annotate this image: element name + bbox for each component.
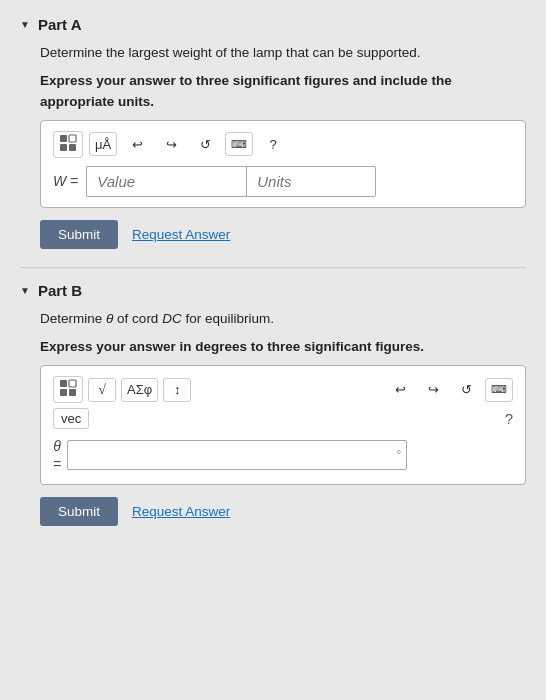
matrix-button[interactable]: [53, 131, 83, 158]
mu-label: μÅ: [95, 137, 111, 152]
redo-icon-b: ↪: [428, 382, 439, 397]
part-a-input-row: W =: [53, 166, 513, 197]
svg-rect-4: [60, 380, 67, 387]
svg-rect-7: [69, 389, 76, 396]
part-a-toolbar: μÅ ↩ ↪ ↺ ⌨ ?: [53, 131, 513, 158]
submit-button-b[interactable]: Submit: [40, 497, 118, 526]
theta-label: θ =: [53, 437, 61, 473]
help-label-a: ?: [270, 137, 277, 152]
svg-rect-5: [69, 380, 76, 387]
part-a-action-row: Submit Request Answer: [40, 220, 526, 249]
part-a-section: ▼ Part A Determine the largest weight of…: [20, 16, 526, 249]
part-b-action-row: Submit Request Answer: [40, 497, 526, 526]
redo-button-a[interactable]: ↪: [157, 132, 185, 156]
help-button-a[interactable]: ?: [259, 132, 287, 156]
refresh-icon-a: ↺: [200, 137, 211, 152]
part-a-answer-box: μÅ ↩ ↪ ↺ ⌨ ?: [40, 120, 526, 208]
greek-label-b: ΑΣφ: [127, 382, 152, 397]
units-input-a[interactable]: [246, 166, 376, 197]
keyboard-button-a[interactable]: ⌨: [225, 132, 253, 156]
chevron-a-icon[interactable]: ▼: [20, 19, 30, 30]
theta-input-wrapper: °: [67, 440, 407, 470]
part-b-toolbar-row1: √ ΑΣφ ↕ ↩ ↪ ↺: [53, 376, 513, 403]
part-b-header: ▼ Part B: [20, 282, 526, 299]
part-b-section: ▼ Part B Determine θ of cord DC for equi…: [20, 282, 526, 526]
matrix-icon-b: [59, 379, 77, 400]
sqrt-button-b[interactable]: √: [88, 378, 116, 402]
refresh-button-b[interactable]: ↺: [452, 378, 480, 402]
request-answer-button-b[interactable]: Request Answer: [132, 504, 230, 519]
svg-rect-2: [60, 144, 67, 151]
part-a-instruction: Determine the largest weight of the lamp…: [40, 43, 526, 63]
undo-button-b[interactable]: ↩: [386, 378, 414, 402]
part-a-header: ▼ Part A: [20, 16, 526, 33]
keyboard-button-b[interactable]: ⌨: [485, 378, 513, 402]
submit-button-a[interactable]: Submit: [40, 220, 118, 249]
mu-button[interactable]: μÅ: [89, 132, 117, 156]
refresh-button-a[interactable]: ↺: [191, 132, 219, 156]
svg-rect-0: [60, 135, 67, 142]
redo-icon-a: ↪: [166, 137, 177, 152]
svg-rect-3: [69, 144, 76, 151]
svg-rect-1: [69, 135, 76, 142]
degree-symbol: °: [396, 448, 401, 462]
redo-button-b[interactable]: ↪: [419, 378, 447, 402]
undo-icon-b: ↩: [395, 382, 406, 397]
part-b-instruction: Determine θ of cord DC for equilibrium.: [40, 309, 526, 329]
request-answer-button-a[interactable]: Request Answer: [132, 227, 230, 242]
sqrt-icon-b: √: [98, 382, 106, 398]
part-a-bold-instruction: Express your answer to three significant…: [40, 71, 526, 112]
part-b-body: Determine θ of cord DC for equilibrium. …: [20, 309, 526, 526]
matrix-icon: [59, 134, 77, 155]
part-a-body: Determine the largest weight of the lamp…: [20, 43, 526, 249]
value-input-a[interactable]: [86, 166, 246, 197]
chevron-b-icon[interactable]: ▼: [20, 285, 30, 296]
refresh-icon-b: ↺: [461, 382, 472, 397]
page: ▼ Part A Determine the largest weight of…: [0, 0, 546, 560]
part-b-bold-instruction: Express your answer in degrees to three …: [40, 337, 526, 357]
theta-input-b[interactable]: [67, 440, 407, 470]
greek-button-b[interactable]: ΑΣφ: [121, 378, 158, 402]
keyboard-icon-a: ⌨: [231, 138, 247, 151]
section-divider: [20, 267, 526, 268]
undo-icon-a: ↩: [132, 137, 143, 152]
keyboard-icon-b: ⌨: [491, 383, 507, 396]
arrows-button-b[interactable]: ↕: [163, 378, 191, 402]
undo-button-a[interactable]: ↩: [123, 132, 151, 156]
arrows-icon-b: ↕: [174, 382, 181, 397]
part-b-input-row: θ = °: [53, 437, 513, 473]
svg-rect-6: [60, 389, 67, 396]
help-label-b[interactable]: ?: [505, 410, 513, 427]
part-a-title: Part A: [38, 16, 82, 33]
part-b-answer-box: √ ΑΣφ ↕ ↩ ↪ ↺: [40, 365, 526, 484]
part-a-input-label: W =: [53, 173, 78, 189]
matrix-button-b[interactable]: [53, 376, 83, 403]
part-b-title: Part B: [38, 282, 82, 299]
vec-button-b[interactable]: vec: [53, 408, 89, 429]
